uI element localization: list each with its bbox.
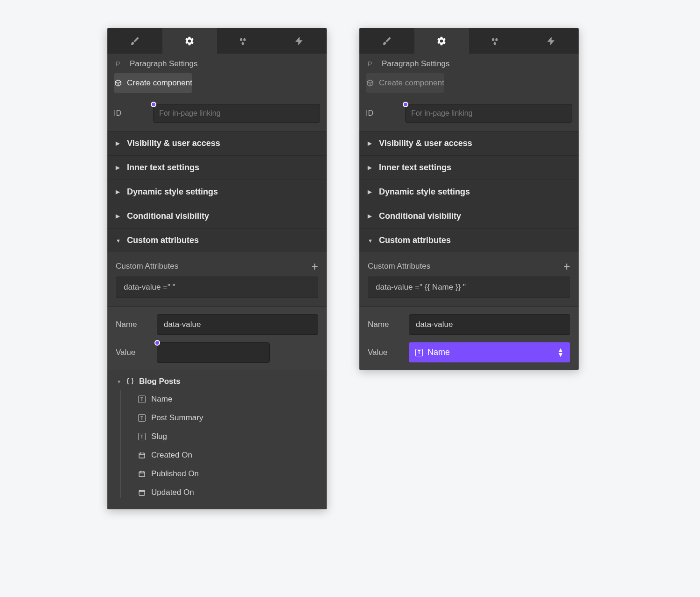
binding-indicator-dot[interactable] (403, 102, 408, 107)
attribute-entry[interactable]: data-value =" " (116, 277, 318, 298)
section-header-inner-text[interactable]: ▶ Inner text settings (359, 156, 579, 180)
panel-header: P Paragraph Settings (359, 54, 579, 73)
caret-down-icon: ▼ (368, 238, 373, 243)
caret-down-icon: ▼ (116, 238, 121, 243)
panel-header: P Paragraph Settings (107, 54, 327, 73)
panel-tabs (107, 28, 327, 54)
add-attribute-button[interactable]: + (563, 264, 570, 270)
tab-settings[interactable] (162, 28, 217, 54)
tab-interactions[interactable] (272, 28, 327, 54)
droplets-icon (239, 36, 250, 46)
custom-attributes-heading: Custom Attributes (368, 262, 430, 271)
id-input[interactable] (153, 104, 320, 123)
field-list: T Name T Post Summary T Slug Created On (107, 390, 327, 502)
caret-right-icon: ▶ (368, 140, 373, 146)
attribute-editor: Name Value (107, 306, 327, 370)
caret-right-icon: ▶ (116, 140, 121, 146)
section-header-dynamic-style[interactable]: ▶ Dynamic style settings (359, 180, 579, 204)
custom-attributes-body: Custom Attributes + data-value =" {{ Nam… (359, 252, 579, 306)
panel-title: Paragraph Settings (130, 59, 198, 69)
calendar-icon (138, 489, 146, 496)
caret-right-icon: ▶ (368, 213, 373, 219)
svg-rect-2 (139, 490, 145, 495)
attribute-value-input[interactable] (157, 342, 270, 363)
id-input[interactable] (405, 104, 572, 123)
section-visibility: ▶ Visibility & user access (107, 131, 327, 155)
collection-root[interactable]: ▼ Blog Posts (107, 373, 327, 390)
lightning-icon (546, 36, 556, 46)
text-field-icon: T (138, 414, 146, 422)
section-header-visibility[interactable]: ▶ Visibility & user access (359, 132, 579, 155)
calendar-icon (138, 451, 146, 459)
collection-name: Blog Posts (139, 377, 181, 386)
name-label: Name (368, 320, 400, 329)
tab-style[interactable] (107, 28, 162, 54)
attribute-name-input[interactable] (409, 314, 570, 335)
section-header-custom-attributes[interactable]: ▼ Custom attributes (107, 229, 327, 252)
binding-indicator-dot[interactable] (151, 102, 156, 107)
section-dynamic-style: ▶ Dynamic style settings (107, 180, 327, 204)
tab-style[interactable] (359, 28, 414, 54)
panel-tabs (359, 28, 579, 54)
tab-settings[interactable] (414, 28, 469, 54)
field-item-name[interactable]: T Name (129, 390, 327, 409)
panel-title: Paragraph Settings (382, 59, 450, 69)
id-row: ID (107, 99, 327, 131)
lightning-icon (294, 36, 304, 46)
section-conditional: ▶ Conditional visibility (107, 204, 327, 228)
caret-right-icon: ▶ (368, 189, 373, 195)
svg-rect-1 (139, 472, 145, 477)
section-custom-attributes: ▼ Custom attributes Custom Attributes + … (359, 228, 579, 370)
caret-down-icon: ▼ (117, 379, 121, 384)
caret-right-icon: ▶ (116, 165, 121, 171)
value-label: Value (368, 348, 400, 357)
attribute-value-select[interactable]: T Name ▲▼ (409, 342, 570, 362)
field-item-post-summary[interactable]: T Post Summary (129, 409, 327, 427)
section-inner-text: ▶ Inner text settings (107, 155, 327, 180)
text-field-icon: T (138, 433, 146, 440)
tab-interactions[interactable] (524, 28, 579, 54)
section-custom-attributes: ▼ Custom attributes Custom Attributes + … (107, 228, 327, 509)
droplets-icon (491, 36, 502, 46)
settings-panel-left: P Paragraph Settings Create component ID… (107, 28, 327, 509)
brush-icon (382, 36, 392, 46)
section-dynamic-style: ▶ Dynamic style settings (359, 180, 579, 204)
tab-effects[interactable] (217, 28, 272, 54)
caret-right-icon: ▶ (116, 213, 121, 219)
brush-icon (130, 36, 140, 46)
attribute-editor: Name Value T Name ▲▼ (359, 306, 579, 370)
section-header-inner-text[interactable]: ▶ Inner text settings (107, 156, 327, 180)
gear-icon (184, 36, 195, 46)
section-conditional: ▶ Conditional visibility (359, 204, 579, 228)
section-header-visibility[interactable]: ▶ Visibility & user access (107, 132, 327, 155)
cube-icon (366, 79, 374, 87)
section-header-conditional[interactable]: ▶ Conditional visibility (359, 204, 579, 228)
value-label: Value (116, 348, 148, 357)
field-item-published-on[interactable]: Published On (129, 465, 327, 483)
section-inner-text: ▶ Inner text settings (359, 155, 579, 180)
attribute-name-input[interactable] (157, 314, 318, 335)
binding-indicator-dot[interactable] (154, 340, 160, 346)
section-header-dynamic-style[interactable]: ▶ Dynamic style settings (107, 180, 327, 204)
id-row: ID (359, 99, 579, 131)
text-field-icon: T (415, 349, 423, 356)
field-item-created-on[interactable]: Created On (129, 446, 327, 465)
settings-panel-right: P Paragraph Settings Create component ID… (359, 28, 579, 370)
create-component-button[interactable]: Create component (366, 73, 444, 93)
field-item-slug[interactable]: T Slug (129, 427, 327, 446)
text-field-icon: T (138, 396, 146, 403)
field-item-updated-on[interactable]: Updated On (129, 483, 327, 502)
custom-attributes-body: Custom Attributes + data-value =" " (107, 252, 327, 306)
create-component-button[interactable]: Create component (114, 73, 192, 93)
section-header-conditional[interactable]: ▶ Conditional visibility (107, 204, 327, 228)
svg-rect-0 (139, 453, 145, 458)
section-visibility: ▶ Visibility & user access (359, 131, 579, 155)
attribute-entry[interactable]: data-value =" {{ Name }} " (368, 277, 570, 298)
braces-icon (126, 377, 134, 386)
caret-right-icon: ▶ (368, 165, 373, 171)
section-header-custom-attributes[interactable]: ▼ Custom attributes (359, 229, 579, 252)
calendar-icon (138, 470, 146, 478)
tab-effects[interactable] (469, 28, 524, 54)
add-attribute-button[interactable]: + (311, 264, 318, 270)
id-label: ID (114, 109, 144, 118)
